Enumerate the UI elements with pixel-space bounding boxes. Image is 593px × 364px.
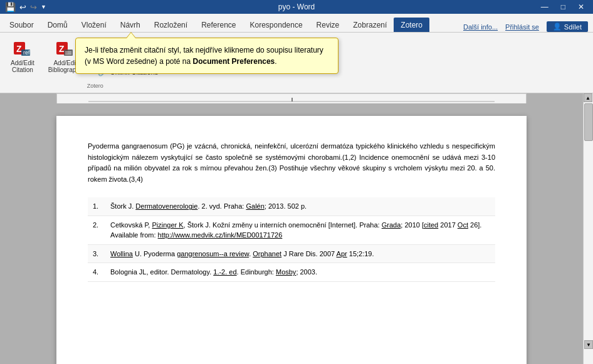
tooltip-text-after: . xyxy=(275,57,276,66)
bib-num-1: 1. xyxy=(93,201,105,212)
bib-text-1: Štork J. Dermatovenerologie. 2. vyd. Pra… xyxy=(110,201,307,212)
minimize-button[interactable]: — xyxy=(537,3,552,11)
close-button[interactable]: ✕ xyxy=(574,3,588,11)
document-page[interactable]: Pyoderma gangraenosum (PG) je vzácná, ch… xyxy=(56,116,527,364)
svg-text:Z: Z xyxy=(59,44,65,54)
tooltip-bold-text: Document Preferences xyxy=(193,57,275,66)
tab-soubor[interactable]: Soubor xyxy=(3,18,41,32)
tab-reference[interactable]: Reference xyxy=(194,18,243,32)
share-button[interactable]: 👤 Sdílet xyxy=(547,21,588,32)
zotero-group-label: Zotero xyxy=(0,83,190,89)
bib-item-2: 2. Cetkovská P, Pizinger K, Štork J. Kož… xyxy=(88,216,495,245)
tab-rozlozeni[interactable]: Rozložení xyxy=(147,18,194,32)
tab-domu[interactable]: Domů xyxy=(41,18,75,32)
tab-vlozeni[interactable]: Vložení xyxy=(75,18,113,32)
svg-text:Z: Z xyxy=(16,44,22,54)
bib-item-1: 1. Štork J. Dermatovenerologie. 2. vyd. … xyxy=(88,197,495,216)
svg-text:ref: ref xyxy=(23,49,30,56)
bibliography: 1. Štork J. Dermatovenerologie. 2. vyd. … xyxy=(88,197,495,282)
add-edit-citation-button[interactable]: Z ref Add/Edit Citation xyxy=(5,36,40,79)
tooltip-callout: Je-li třeba změnit citační styl, tak nej… xyxy=(75,38,338,74)
title-bar-controls: — □ ✕ xyxy=(537,3,588,11)
share-icon: 👤 xyxy=(553,23,562,31)
bib-text-2: Cetkovská P, Pizinger K, Štork J. Kožní … xyxy=(110,220,490,241)
title-bar: 💾 ↩ ↪ ▼ pyo - Word — □ ✕ xyxy=(0,0,593,14)
bib-item-4: 4. Bolognia JL, editor. Dermatology. 1.-… xyxy=(88,263,495,282)
redo-icon[interactable]: ↪ xyxy=(30,3,37,12)
signin-link[interactable]: Přihlásit se xyxy=(505,23,539,31)
undo-icon[interactable]: ↩ xyxy=(19,3,26,12)
bib-text-4: Bolognia JL, editor. Dermatology. 1.-2. … xyxy=(110,267,317,278)
tab-navrh[interactable]: Návrh xyxy=(113,18,147,32)
bib-num-4: 4. xyxy=(93,267,105,278)
more-info-link[interactable]: Další info... xyxy=(463,23,498,31)
add-edit-bibliography-icon: Z xyxy=(55,38,75,58)
save-icon[interactable]: 💾 xyxy=(5,2,16,12)
add-edit-citation-icon: Z ref xyxy=(13,38,33,58)
scrollbar-thumb[interactable] xyxy=(584,103,593,141)
tab-revize[interactable]: Revize xyxy=(310,18,347,32)
main-area: Pyoderma gangraenosum (PG) je vzácná, ch… xyxy=(0,93,593,364)
ribbon-tabs: Soubor Domů Vložení Návrh Rozložení Refe… xyxy=(0,14,593,33)
svg-rect-6 xyxy=(64,49,73,56)
ruler xyxy=(88,95,495,103)
bib-num-2: 2. xyxy=(93,220,105,241)
tab-korespondence[interactable]: Korespondence xyxy=(243,18,310,32)
app-title: pyo - Word xyxy=(278,3,315,11)
title-bar-left: 💾 ↩ ↪ ▼ xyxy=(5,2,46,12)
tab-zobrazeni[interactable]: Zobrazení xyxy=(346,18,394,32)
document-area[interactable]: Pyoderma gangraenosum (PG) je vzácná, ch… xyxy=(0,93,583,364)
bib-num-3: 3. xyxy=(93,249,105,259)
tab-zotero[interactable]: Zotero xyxy=(394,18,429,32)
add-edit-citation-label: Add/Edit Citation xyxy=(11,60,34,73)
bib-item-3: 3. Wollina U. Pyoderma gangrenosum--a re… xyxy=(88,245,495,264)
dropdown-icon[interactable]: ▼ xyxy=(41,4,46,10)
document-paragraph: Pyoderma gangraenosum (PG) je vzácná, ch… xyxy=(88,141,495,185)
maximize-button[interactable]: □ xyxy=(557,3,569,11)
scrollbar-vertical[interactable]: ▲ ▼ xyxy=(583,93,593,364)
bib-text-3: Wollina U. Pyoderma gangrenosum--a revie… xyxy=(110,249,374,259)
